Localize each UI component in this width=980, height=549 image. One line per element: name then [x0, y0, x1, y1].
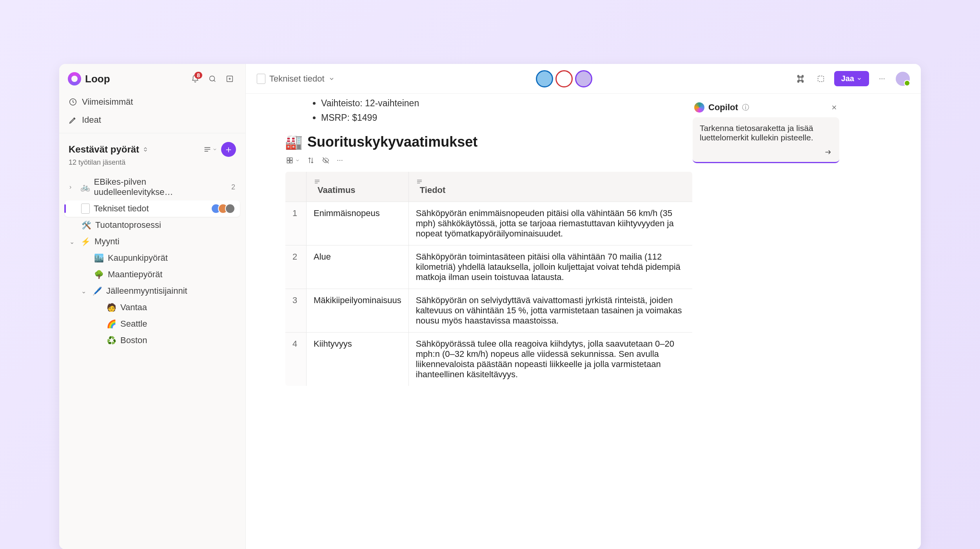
component-icon	[817, 75, 825, 83]
sidebar: Loop 8 Viimeisimmät	[59, 64, 246, 549]
component-button[interactable]	[814, 72, 828, 86]
tree-item-sales[interactable]: ⌄ ⚡ Myynti	[65, 233, 240, 250]
main-area: Tekniset tiedot Jaa	[246, 64, 921, 549]
avatar[interactable]	[575, 70, 592, 87]
pen-icon	[69, 116, 77, 124]
tree-label: Seattle	[120, 319, 147, 329]
workspace-actions: ＋	[203, 142, 236, 157]
profile-avatar[interactable]	[896, 72, 910, 86]
notifications-button[interactable]: 8	[188, 72, 202, 86]
cell-requirement[interactable]: Mäkikiipeilyominaisuus	[307, 289, 409, 332]
clock-icon	[69, 98, 77, 106]
spec-bullets: Vaihteisto: 12-vaihteinen MSRP: $1499	[285, 96, 693, 125]
cell-requirement[interactable]: Enimmäisnopeus	[307, 202, 409, 245]
cell-details[interactable]: Sähköpyörässä tulee olla reagoiva kiihdy…	[408, 332, 692, 386]
table-row[interactable]: 3 Mäkikiipeilyominaisuus Sähköpyörän on …	[285, 289, 693, 332]
bolt-icon: ⚡	[80, 237, 91, 246]
send-button[interactable]	[824, 148, 832, 156]
svg-rect-7	[287, 160, 289, 163]
cell-details[interactable]: Sähköpyörän enimmäisnopeuden pitäisi oll…	[408, 202, 692, 245]
page-presence-avatars	[211, 204, 235, 214]
tree-count: 2	[231, 183, 235, 191]
nav-recent-label: Viimeisimmät	[82, 97, 133, 107]
tools-icon: 🛠️	[81, 220, 91, 230]
hide-columns-button[interactable]	[322, 156, 330, 164]
document-scroll[interactable]: Vaihteisto: 12-vaihteinen MSRP: $1499 🏭 …	[246, 94, 921, 549]
tree-item-resale[interactable]: ⌄ 🖊️ Jälleenmyyntisijainnit	[65, 283, 240, 299]
breadcrumb-label: Tekniset tiedot	[269, 74, 325, 84]
toolbar-right: Jaa ⋯	[793, 71, 910, 86]
table-row[interactable]: 4 Kiihtyvyys Sähköpyörässä tulee olla re…	[285, 332, 693, 386]
col-details[interactable]: Tiedot	[408, 171, 692, 202]
add-page-button[interactable]: ＋	[221, 142, 236, 157]
search-icon	[208, 75, 217, 83]
row-number: 4	[285, 332, 307, 386]
svg-rect-5	[287, 158, 289, 160]
copilot-input-card[interactable]: Tarkenna tietosaraketta ja lisää luettel…	[693, 117, 839, 163]
list-view-button[interactable]	[203, 142, 217, 156]
close-button[interactable]	[831, 104, 838, 111]
tree-item-citybikes[interactable]: 🏙️ Kaupunkipyörät	[65, 250, 240, 266]
copilot-prompt-text: Tarkenna tietosaraketta ja lisää luettel…	[700, 124, 832, 142]
tree-label: Boston	[120, 335, 147, 345]
text-column-icon	[314, 178, 401, 185]
chevron-down-icon	[857, 76, 862, 82]
svg-rect-6	[290, 158, 292, 160]
sidebar-header: Loop 8	[59, 64, 245, 91]
table-row[interactable]: 2 Alue Sähköpyörän toimintasäteen pitäis…	[285, 245, 693, 289]
brand-name: Loop	[85, 73, 110, 85]
breadcrumb[interactable]: Tekniset tiedot	[257, 74, 335, 84]
tree-item-production[interactable]: 🛠️ Tuotantoprosessi	[65, 217, 240, 233]
sort-arrows-icon	[307, 156, 315, 164]
share-button[interactable]: Jaa	[834, 71, 869, 86]
presence-avatars	[536, 70, 592, 87]
tree-item-ebikes[interactable]: › 🚲 EBikes-pilven uudelleenlevitykse… 2	[65, 174, 240, 200]
workspace-header: Kestävät pyörät ＋	[63, 140, 241, 158]
cell-requirement[interactable]: Kiihtyvyys	[307, 332, 409, 386]
tree-item-vantaa[interactable]: 🧑 Vantaa	[65, 299, 240, 316]
copilot-send-row	[700, 148, 832, 156]
info-icon[interactable]: ⓘ	[742, 103, 749, 112]
keyboard-shortcuts-button[interactable]	[793, 72, 808, 86]
new-page-icon	[225, 75, 234, 83]
search-button[interactable]	[205, 72, 220, 86]
more-button[interactable]: ⋯	[875, 72, 889, 86]
tree-item-roadbikes[interactable]: 🌳 Maantiepyörät	[65, 266, 240, 283]
col-requirement[interactable]: Vaatimus	[307, 171, 409, 202]
cell-details[interactable]: Sähköpyörän toimintasäteen pitäisi olla …	[408, 245, 692, 289]
document-body: Vaihteisto: 12-vaihteinen MSRP: $1499 🏭 …	[285, 96, 693, 526]
page-tree: › 🚲 EBikes-pilven uudelleenlevitykse… 2 …	[63, 171, 241, 349]
loop-logo-icon	[68, 72, 81, 85]
nav-recent[interactable]: Viimeisimmät	[63, 93, 241, 111]
rownum-header	[285, 171, 307, 202]
new-page-button[interactable]	[223, 72, 237, 86]
copilot-panel: Copilot ⓘ Tarkenna tietosaraketta ja lis…	[693, 96, 846, 526]
table-toolbar: ⋯	[285, 154, 693, 171]
chevron-down-icon	[295, 158, 300, 163]
grid-icon	[286, 156, 294, 164]
tree-label: Tuotantoprosessi	[95, 220, 161, 230]
tree-icon: 🌳	[94, 270, 104, 279]
sort-button[interactable]	[307, 156, 315, 164]
tree-item-tech[interactable]: Tekniset tiedot	[65, 200, 240, 217]
row-number: 1	[285, 202, 307, 245]
view-switch-button[interactable]	[286, 156, 300, 164]
chevron-down-icon	[328, 76, 335, 82]
more-icon: ⋯	[879, 75, 886, 82]
cell-details[interactable]: Sähköpyörän on selviydyttävä vaivattomas…	[408, 289, 692, 332]
tree-item-boston[interactable]: ♻️ Boston	[65, 332, 240, 349]
workspace-title-wrap[interactable]: Kestävät pyörät	[69, 144, 149, 155]
copilot-title: Copilot	[708, 102, 738, 113]
avatar[interactable]	[555, 70, 573, 87]
cell-requirement[interactable]: Alue	[307, 245, 409, 289]
arrow-right-icon	[824, 148, 832, 156]
nav-ideas[interactable]: Ideat	[63, 111, 241, 129]
table-more-button[interactable]: ⋯	[337, 156, 344, 164]
toolbar-center	[335, 70, 793, 87]
app-window: Loop 8 Viimeisimmät	[59, 64, 921, 549]
list-icon	[203, 145, 212, 154]
table-row[interactable]: 1 Enimmäisnopeus Sähköpyörän enimmäisnop…	[285, 202, 693, 245]
svg-rect-4	[818, 76, 824, 82]
tree-item-seattle[interactable]: 🌈 Seattle	[65, 316, 240, 332]
avatar[interactable]	[536, 70, 553, 87]
